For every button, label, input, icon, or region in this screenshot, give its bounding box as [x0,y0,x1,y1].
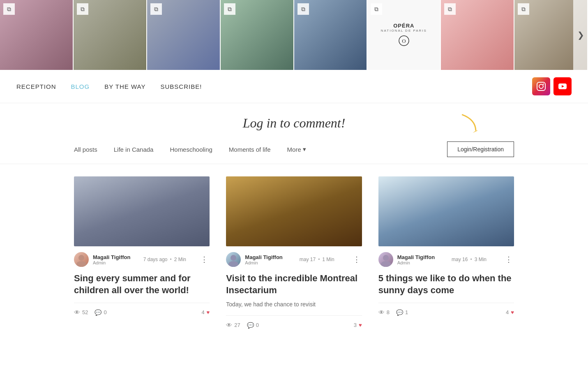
post-date-2: may 17 [300,257,316,262]
blog-header: Log in to comment! [0,103,588,135]
youtube-icon[interactable] [553,77,572,95]
strip-item-1: ⧉ [0,0,74,70]
strip-next-arrow[interactable]: ❯ [573,0,588,70]
chevron-down-icon: ▾ [303,146,306,153]
svg-point-11 [228,261,238,267]
post-likes-3[interactable]: 4 ♥ [506,309,514,315]
post-options-1[interactable]: ⋮ [199,253,210,266]
strip-item-2: ⧉ [74,0,147,70]
author-info-3: Magali Tigiffon Admin [397,254,435,265]
tab-more[interactable]: More ▾ [287,146,306,153]
strip-item-7: ⧉ [441,0,514,70]
nav-reception[interactable]: RECEPTION [16,83,56,90]
post-author-3: Magali Tigiffon Admin [378,252,435,267]
nav-bar: RECEPTION BLOG BY THE WAY SUBSCRIBE! [0,70,588,103]
author-role-1: Admin [93,260,130,265]
copy-icon-3: ⧉ [150,3,162,15]
nav-links: RECEPTION BLOG BY THE WAY SUBSCRIBE! [16,83,202,90]
post-meta-1: Magali Tigiffon Admin 7 days ago • 2 Min… [74,252,210,267]
comment-icon-1: 💬 [95,309,101,316]
post-options-2[interactable]: ⋮ [351,253,362,266]
copy-icon-2: ⧉ [77,3,88,15]
post-title-3[interactable]: 5 things we like to do when the sunny da… [378,273,514,296]
likes-count-1: 4 [201,309,204,315]
login-registration-button[interactable]: Login/Registration [447,141,514,157]
post-card-3: Magali Tigiffon Admin may 16 • 3 Min ⋮ 5… [370,176,522,337]
comments-count-1: 0 [104,309,106,315]
post-date-meta-2: may 17 • 1 Min [300,257,334,262]
nav-subscribe[interactable]: SUBSCRIBE! [161,83,202,90]
image-strip: ⧉ ⧉ ⧉ ⧉ ⧉ ⧉ OPÉRA NATIONAL DE PARIS O ⧉ … [0,0,588,70]
post-excerpt-2: Today, we had the chance to revisit [226,300,362,309]
post-title-2[interactable]: Visit to the incredible Montreal Insecta… [226,273,362,296]
opera-logo-sub: NATIONAL DE PARIS [381,29,427,32]
svg-point-10 [231,255,236,261]
author-info-2: Magali Tigiffon Admin [245,254,282,265]
nav-by-the-way[interactable]: BY THE WAY [104,83,145,90]
svg-point-13 [381,261,391,267]
post-image-1[interactable] [74,176,210,246]
tab-homeschooling[interactable]: Homeschooling [170,146,212,153]
post-image-2[interactable] [226,176,362,246]
post-readtime-3: 3 Min [475,257,487,262]
post-card-2: Magali Tigiffon Admin may 17 • 1 Min ⋮ V… [218,176,370,337]
comments-stat-3: 💬 1 [396,309,408,316]
post-stats-3: 👁 8 💬 1 [378,309,408,316]
post-author-1: Magali Tigiffon Admin [74,252,130,267]
post-date-meta-1: 7 days ago • 2 Min [143,257,186,262]
eye-icon-3: 👁 [378,309,385,316]
post-stats-1: 👁 52 💬 0 [74,309,107,316]
instagram-icon[interactable] [532,77,550,95]
comment-icon-3: 💬 [396,309,403,316]
svg-point-4 [543,83,544,85]
author-info-1: Magali Tigiffon Admin [93,254,130,265]
author-name-3: Magali Tigiffon [397,254,435,260]
copy-icon-5: ⧉ [297,3,309,15]
strip-item-4: ⧉ [221,0,294,70]
log-in-text: Log in to comment! [243,116,346,130]
eye-icon-2: 👁 [226,322,232,329]
category-tabs: All posts Life in Canada Homeschooling M… [0,135,588,164]
views-count-3: 8 [387,309,390,315]
strip-item-5: ⧉ [294,0,368,70]
opera-logo-text: OPÉRA [393,23,414,29]
more-label: More [287,146,301,153]
post-likes-1[interactable]: 4 ♥ [201,309,210,315]
post-meta-3: Magali Tigiffon Admin may 16 • 3 Min ⋮ [378,252,514,267]
post-card-1: Magali Tigiffon Admin 7 days ago • 2 Min… [66,176,218,337]
post-date-meta-3: may 16 • 3 Min [452,257,487,262]
tab-all-posts[interactable]: All posts [74,146,97,153]
svg-point-9 [76,261,86,267]
tab-life-in-canada[interactable]: Life in Canada [114,146,154,153]
views-stat-3: 👁 8 [378,309,390,316]
heart-icon-1: ♥ [207,309,210,315]
post-footer-3: 👁 8 💬 1 4 ♥ [378,303,514,316]
svg-rect-2 [537,82,545,90]
author-avatar-2 [226,252,241,267]
heart-icon-3: ♥ [511,309,514,315]
nav-social [532,77,572,95]
eye-icon-1: 👁 [74,309,80,316]
svg-text:O: O [402,38,406,44]
views-count-2: 27 [234,322,240,328]
author-avatar-1 [74,252,89,267]
post-stats-2: 👁 27 💬 0 [226,322,259,329]
nav-blog[interactable]: BLOG [71,83,90,90]
comment-icon-2: 💬 [247,322,254,329]
opera-emblem: O [397,34,410,47]
post-meta-2: Magali Tigiffon Admin may 17 • 1 Min ⋮ [226,252,362,267]
views-count-1: 52 [82,309,88,315]
post-title-1[interactable]: Sing every summer and for children all o… [74,273,210,296]
author-role-2: Admin [245,260,282,265]
svg-point-3 [539,84,543,88]
author-avatar-3 [378,252,393,267]
post-image-3[interactable] [378,176,514,246]
copy-icon-6: ⧉ [371,3,382,15]
tab-moments-of-life[interactable]: Moments of life [229,146,271,153]
post-options-3[interactable]: ⋮ [503,253,514,266]
post-date-3: may 16 [452,257,468,262]
post-readtime-2: 1 Min [322,257,334,262]
copy-icon-4: ⧉ [224,3,235,15]
likes-count-3: 4 [506,309,509,315]
post-likes-2[interactable]: 3 ♥ [354,322,362,328]
